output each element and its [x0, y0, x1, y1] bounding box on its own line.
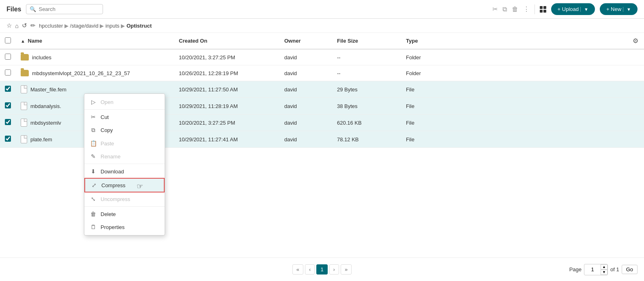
row-checkbox-1[interactable]: [5, 54, 11, 60]
breadcrumb-hpccluster[interactable]: hpccluster: [39, 23, 63, 29]
copy-icon: ⧉: [90, 127, 97, 134]
file-icon: [21, 85, 27, 93]
cut-icon: ✂: [90, 114, 97, 120]
menu-divider: [84, 109, 165, 110]
cut-icon[interactable]: ✂: [492, 5, 498, 13]
row-type-cell: File: [401, 81, 628, 98]
row-checkbox-cell[interactable]: [0, 81, 16, 98]
row-checkbox-2[interactable]: [5, 69, 11, 76]
row-created-cell: 10/26/2021, 12:28:19 PM: [174, 65, 279, 81]
row-owner-cell: david: [279, 65, 332, 81]
breadcrumb-stage-david[interactable]: /stage/david: [70, 23, 99, 29]
row-settings-cell: [628, 65, 644, 81]
table-row[interactable]: mbdsystemlvlopt_2021_10_26_12_23_57 10/2…: [0, 65, 644, 81]
breadcrumb: hpccluster ▶ /stage/david ▶ inputs ▶ Opt…: [39, 23, 152, 29]
row-name-cell: mbdsystemlvlopt_2021_10_26_12_23_57: [16, 65, 174, 81]
row-settings-cell: [628, 49, 644, 65]
row-type-cell: File: [401, 98, 628, 115]
col-header-owner[interactable]: Owner: [279, 33, 332, 49]
menu-label-open: Open: [101, 99, 114, 105]
edit-icon[interactable]: ✏: [30, 22, 36, 29]
row-created-cell: 10/20/2021, 3:27:25 PM: [174, 115, 279, 131]
delete-icon[interactable]: 🗑: [512, 6, 518, 13]
row-size-cell: --: [332, 49, 401, 65]
row-settings-cell: [628, 98, 644, 115]
col-header-created[interactable]: Created On: [174, 33, 279, 49]
copy-icon[interactable]: ⧉: [502, 6, 507, 13]
menu-label-copy: Copy: [101, 127, 113, 133]
search-icon: 🔍: [30, 6, 36, 12]
col-header-name[interactable]: ▲ Name: [16, 33, 174, 49]
menu-item-open: ▷ Open: [84, 95, 165, 108]
row-created-cell: 10/29/2021, 11:28:19 AM: [174, 98, 279, 115]
refresh-icon[interactable]: ↺: [22, 22, 27, 29]
upload-button[interactable]: + Upload ▼: [551, 3, 595, 15]
new-button[interactable]: + New ▼: [600, 3, 638, 15]
row-checkbox-5[interactable]: [5, 119, 11, 125]
row-owner-cell: david: [279, 115, 332, 131]
file-icon: [21, 135, 27, 143]
upload-dropdown-arrow[interactable]: ▼: [580, 7, 588, 12]
home-icon[interactable]: ⌂: [15, 22, 19, 29]
row-created-cell: 10/20/2021, 3:27:25 PM: [174, 49, 279, 65]
row-owner-cell: david: [279, 81, 332, 98]
menu-item-copy[interactable]: ⧉ Copy: [84, 123, 165, 137]
row-checkbox-4[interactable]: [5, 102, 11, 108]
header: Files 🔍 ✂ ⧉ 🗑 ⋮ + Upload ▼ + New ▼: [0, 0, 644, 19]
row-checkbox-3[interactable]: [5, 86, 11, 92]
select-all-header[interactable]: [0, 33, 16, 49]
sort-arrow-icon: ▲: [21, 39, 25, 43]
row-checkbox-cell[interactable]: [0, 131, 16, 148]
file-icon: [21, 119, 27, 127]
row-checkbox-cell[interactable]: [0, 98, 16, 115]
row-name-text[interactable]: mbdsystemlv: [30, 120, 61, 126]
row-owner-cell: david: [279, 98, 332, 115]
app-title: Files: [6, 6, 21, 13]
settings-gear-button[interactable]: ⚙: [633, 37, 638, 45]
col-header-type[interactable]: Type: [401, 33, 628, 49]
breadcrumb-inputs[interactable]: inputs: [105, 23, 120, 29]
row-owner-cell: david: [279, 49, 332, 65]
star-icon[interactable]: ☆: [6, 22, 12, 29]
row-name-text[interactable]: plate.fem: [30, 136, 52, 143]
new-dropdown-arrow[interactable]: ▼: [623, 7, 631, 12]
open-icon: ▷: [90, 99, 97, 105]
row-settings-cell: [628, 131, 644, 148]
row-checkbox-cell[interactable]: [0, 115, 16, 131]
search-input[interactable]: [39, 6, 99, 12]
row-checkbox-cell[interactable]: [0, 65, 16, 81]
file-icon: [21, 102, 27, 110]
row-settings-cell: [628, 115, 644, 131]
row-size-cell: 29 Bytes: [332, 81, 401, 98]
row-settings-cell: [628, 81, 644, 98]
table-row[interactable]: includes 10/20/2021, 3:27:25 PM david --…: [0, 49, 644, 65]
row-name-text[interactable]: Master_file.fem: [30, 86, 67, 93]
row-name-text[interactable]: mbdsystemlvlopt_2021_10_26_12_23_57: [32, 70, 130, 76]
search-box[interactable]: 🔍: [26, 4, 103, 14]
row-name-text[interactable]: mbdanalysis.: [30, 103, 61, 109]
grid-view-icon[interactable]: [540, 6, 546, 13]
menu-label-cut: Cut: [101, 114, 109, 120]
toolbar-icons: ✂ ⧉ 🗑 ⋮: [492, 4, 546, 14]
menu-item-paste: 📋 Paste: [84, 137, 165, 148]
row-created-cell: 10/29/2021, 11:27:50 AM: [174, 81, 279, 98]
more-icon[interactable]: ⋮: [523, 5, 530, 13]
row-name-cell: includes: [16, 49, 174, 65]
row-checkbox-cell[interactable]: [0, 49, 16, 65]
folder-icon: [21, 54, 29, 61]
divider: [535, 4, 535, 14]
menu-item-cut[interactable]: ✂ Cut: [84, 110, 165, 123]
row-checkbox-6[interactable]: [5, 136, 11, 142]
paste-icon: 📋: [90, 140, 97, 147]
col-header-size[interactable]: File Size: [332, 33, 401, 49]
select-all-checkbox[interactable]: [5, 37, 11, 43]
menu-label-paste: Paste: [101, 140, 114, 147]
row-size-cell: 620.16 KB: [332, 115, 401, 131]
row-type-cell: Folder: [401, 65, 628, 81]
row-type-cell: File: [401, 131, 628, 148]
row-owner-cell: david: [279, 131, 332, 148]
context-menu: ▷ Open✂ Cut⧉ Copy📋 Paste✎ Rename⬇ Downlo…: [84, 93, 165, 148]
row-size-cell: --: [332, 65, 401, 81]
row-name-text[interactable]: includes: [32, 54, 52, 61]
col-header-settings[interactable]: ⚙: [628, 33, 644, 49]
